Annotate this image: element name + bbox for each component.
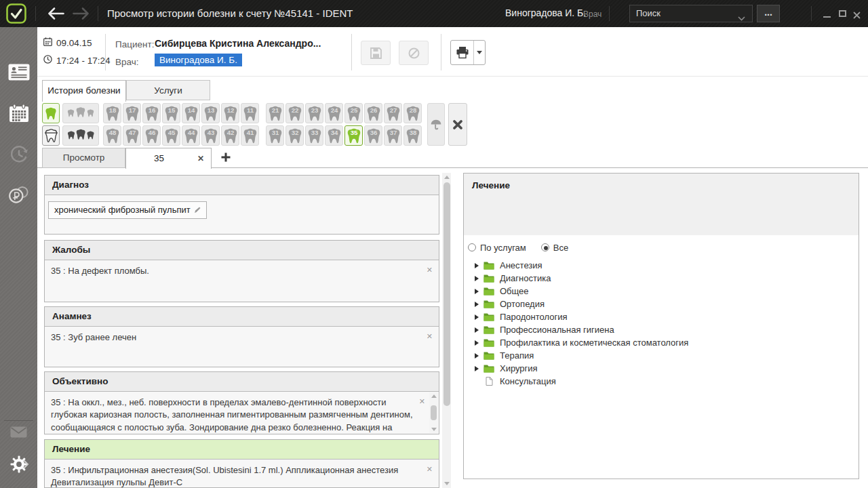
tooth-button-34[interactable]: 34 [325,125,343,146]
tooth-button-43[interactable]: 43 [201,125,220,146]
tooth-button-24[interactable]: 24 [325,103,343,123]
search-input[interactable]: Поиск [629,5,753,22]
tooth-button-35[interactable]: 35 [344,125,363,146]
tree-item-0[interactable]: Анестезия [468,259,859,272]
printer-icon[interactable] [451,41,474,64]
tooth-button-25[interactable]: 25 [344,103,363,123]
tooth-button-23[interactable]: 23 [305,103,323,123]
back-arrow-icon[interactable] [47,7,65,22]
left-panel-scrollbar[interactable] [442,173,451,488]
subtab-tooth-35[interactable]: 35 ✕ [125,148,212,169]
section-body[interactable]: 35 : Инфильтрационная анестезия(Sol. Ubi… [45,460,439,487]
section-body[interactable]: 35 : На дефект пломбы.✕ [45,260,439,302]
tooth-button-13[interactable]: 13 [201,103,220,123]
expand-arrow-icon[interactable] [475,263,479,268]
scroll-up-icon[interactable] [444,176,450,179]
subtab-view[interactable]: Просмотр [42,148,125,168]
tooth-button-32[interactable]: 32 [285,125,304,146]
print-dropdown-button[interactable] [474,41,485,64]
tree-item-5[interactable]: Профессиональная гигиена [468,323,859,336]
expand-arrow-icon[interactable] [475,302,479,307]
expand-arrow-icon[interactable] [475,314,479,320]
chevron-right-icon[interactable] [19,460,33,469]
section-body[interactable]: 35 : Зуб ранее лечен✕ [45,327,439,367]
tooth-button-47[interactable]: 47 [123,125,141,146]
tooth-button-21[interactable]: 21 [266,103,284,123]
tooth-button-15[interactable]: 15 [162,103,180,123]
chevron-down-icon[interactable] [738,12,745,24]
calendar-icon[interactable] [0,104,37,123]
mail-icon[interactable] [0,426,37,438]
scrollbar-thumb[interactable] [443,182,450,406]
tooth-button-11[interactable]: 11 [241,103,259,123]
ruble-payments-icon[interactable] [0,186,37,204]
tooth-button-22[interactable]: 22 [285,103,304,123]
baby-teeth-mode-button[interactable] [62,103,99,123]
close-icon[interactable] [853,9,861,22]
tooth-button-26[interactable]: 26 [364,103,382,123]
tab-history[interactable]: История болезни [42,80,126,102]
tree-item-9[interactable]: Консультация [468,375,859,388]
retained-tooth-button[interactable] [427,103,445,146]
tooth-button-41[interactable]: 41 [241,125,259,146]
expand-arrow-icon[interactable] [475,289,479,294]
tree-item-7[interactable]: Терапия [468,349,859,362]
tooth-button-36[interactable]: 36 [364,125,382,146]
permanent-teeth-mode-button[interactable] [42,103,60,123]
radio-by-services[interactable]: По услугам [468,243,526,253]
section-clear-icon[interactable]: ✕ [419,396,425,407]
doctor-name-selected[interactable]: Виноградова И. Б. [155,54,242,66]
expand-arrow-icon[interactable] [475,327,479,333]
tooth-button-16[interactable]: 16 [142,103,161,123]
add-tab-button[interactable] [220,152,231,165]
tooth-button-45[interactable]: 45 [162,125,180,146]
scrollbar-thumb[interactable] [431,405,437,420]
close-tab-icon[interactable]: ✕ [197,154,204,163]
scroll-down-icon[interactable] [444,482,450,485]
tree-item-2[interactable]: Общее [468,285,859,298]
current-user-name[interactable]: Виноградова И. Б. [505,7,586,18]
clear-tooth-selection-button[interactable] [448,103,467,146]
tooth-button-46[interactable]: 46 [142,125,161,146]
section-clear-icon[interactable]: ✕ [427,464,433,475]
tree-item-6[interactable]: Профилактика и косметическая стоматологи… [468,336,859,349]
tab-services[interactable]: Услуги [126,80,210,100]
section-clear-icon[interactable]: ✕ [427,265,433,276]
patient-name[interactable]: Сибирцева Кристина Александро... [155,38,321,49]
expand-arrow-icon[interactable] [475,353,479,359]
tree-item-8[interactable]: Хирургия [468,362,859,375]
search-more-button[interactable]: ... [757,5,780,22]
expand-arrow-icon[interactable] [475,366,479,371]
diagnosis-chip[interactable]: хронический фиброзный пульпит [48,201,207,219]
section-clear-icon[interactable]: ✕ [427,331,433,342]
tooth-button-14[interactable]: 14 [182,103,200,123]
tooth-button-28[interactable]: 28 [403,103,422,123]
radio-all[interactable]: Все [541,243,568,253]
forward-arrow-icon[interactable] [72,7,90,22]
patient-card-icon[interactable] [0,64,37,81]
denture-mode-button[interactable] [42,125,60,146]
tree-item-4[interactable]: Пародонтология [468,310,859,323]
tooth-button-33[interactable]: 33 [305,125,323,146]
tree-item-3[interactable]: Ортопедия [468,298,859,310]
all-teeth-mode-button[interactable] [62,125,99,146]
tooth-button-37[interactable]: 37 [384,125,402,146]
scroll-up-icon[interactable] [431,394,437,398]
tooth-button-12[interactable]: 12 [221,103,239,123]
tooth-button-48[interactable]: 48 [103,125,121,146]
save-button[interactable] [361,41,391,65]
scroll-down-icon[interactable] [431,428,437,431]
section-scrollbar[interactable] [429,392,438,433]
cancel-button[interactable] [399,41,429,65]
history-clock-icon[interactable] [0,144,37,165]
tooth-button-18[interactable]: 18 [103,103,121,123]
maximize-icon[interactable] [839,10,846,17]
expand-arrow-icon[interactable] [475,340,479,346]
print-button[interactable] [450,40,486,65]
tooth-button-42[interactable]: 42 [221,125,239,146]
tooth-button-31[interactable]: 31 [266,125,284,146]
tree-item-1[interactable]: Диагностика [468,272,859,285]
radio-icon[interactable] [468,243,476,251]
section-body[interactable]: хронический фиброзный пульпит [45,195,439,234]
radio-selected-icon[interactable] [541,243,549,251]
